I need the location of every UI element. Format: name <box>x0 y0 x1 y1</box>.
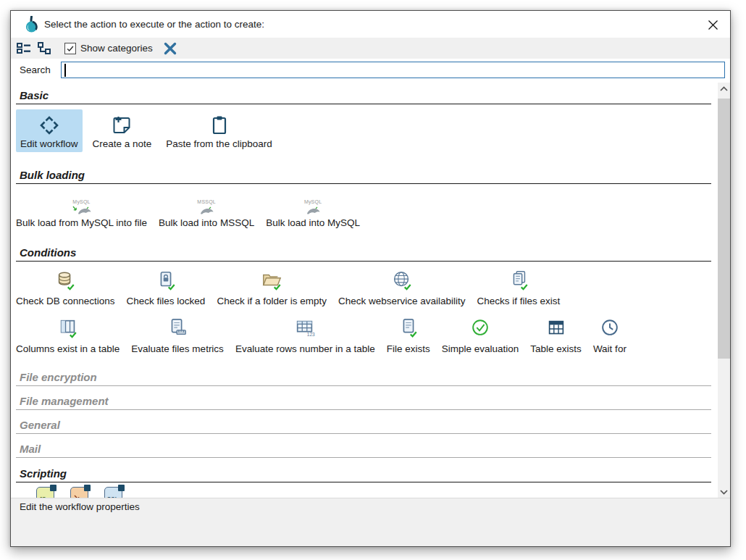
action-item-table-exists[interactable]: Table exists <box>530 317 582 355</box>
category-header-file-management: File management <box>20 395 711 408</box>
action-item-paste-clipboard[interactable]: Paste from the clipboard <box>162 109 276 152</box>
title-bar: Select the action to execute or the acti… <box>11 11 730 38</box>
category-divider <box>16 457 711 458</box>
action-item-wait-for[interactable]: Wait for <box>593 317 626 355</box>
basic-items-row: Edit workflow Create a note Paste from t… <box>16 109 711 152</box>
action-label: Table exists <box>530 343 582 355</box>
action-item-bulk-load-into-mssql[interactable]: MSSQL Bulk load into MSSQL <box>159 194 254 229</box>
icon-caption: MySQL <box>304 199 322 205</box>
action-item-bulk-load-from-mysql[interactable]: MySQL Bulk load from MySQL into file <box>16 194 147 229</box>
action-label: File exists <box>387 343 430 355</box>
scripting-items-row: JS SQL <box>36 487 711 498</box>
category-header-bulk-loading: Bulk loading <box>20 169 711 182</box>
close-icon[interactable] <box>705 17 721 33</box>
conditions-items-row-1: Check DB connections Check files locked … <box>16 269 711 307</box>
category-divider <box>16 433 711 434</box>
check-db-connections-icon <box>54 269 76 291</box>
category-header-scripting: Scripting <box>20 467 711 480</box>
action-item-evaluate-rows-number[interactable]: 123 Evaluate rows number in a table <box>235 317 375 355</box>
script-corner-tab <box>50 485 56 491</box>
tree-view-icon[interactable] <box>37 41 51 55</box>
file-exists-icon <box>398 317 419 339</box>
status-text: Edit the workflow properties <box>20 501 140 512</box>
text-cursor <box>64 64 66 77</box>
action-label: Bulk load into MySQL <box>266 217 360 229</box>
action-list: Basic Edit workflow <box>11 83 730 498</box>
action-label: Bulk load into MSSQL <box>159 217 254 229</box>
status-bar: Edit the workflow properties <box>11 498 730 546</box>
scroll-up-icon[interactable] <box>718 83 730 95</box>
action-label: Paste from the clipboard <box>166 138 272 150</box>
search-input[interactable] <box>61 62 725 78</box>
columns-exist-icon <box>57 317 79 339</box>
action-label: Checks if files exist <box>477 296 561 307</box>
action-item-file-exists[interactable]: File exists <box>387 317 430 355</box>
category-divider <box>16 385 711 386</box>
script-corner-tab <box>84 485 91 491</box>
shell-script-icon[interactable] <box>70 487 88 498</box>
category-divider <box>16 104 711 104</box>
webservice-icon <box>391 269 413 291</box>
wait-for-icon <box>599 317 621 339</box>
check-files-locked-icon <box>155 269 177 291</box>
action-select-dialog: Select the action to execute or the acti… <box>10 10 731 547</box>
category-header-mail: Mail <box>20 443 711 456</box>
script-corner-tab <box>118 485 125 491</box>
category-file-management: File management <box>16 395 711 410</box>
category-general: General <box>16 419 711 434</box>
icon-caption: MySQL <box>72 199 90 205</box>
paste-clipboard-icon <box>208 114 231 137</box>
javascript-script-icon[interactable]: JS <box>36 487 54 498</box>
action-item-simple-evaluation[interactable]: Simple evaluation <box>442 317 519 355</box>
action-item-check-webservice[interactable]: Check webservice availability <box>338 269 466 307</box>
mssql-bulk-load-icon <box>199 205 214 216</box>
category-divider <box>16 183 711 184</box>
hop-logo-icon <box>25 16 38 33</box>
category-header-conditions: Conditions <box>20 246 711 259</box>
action-item-create-note[interactable]: Create a note <box>88 109 156 152</box>
action-item-edit-workflow[interactable]: Edit workflow <box>16 109 83 152</box>
clear-filter-x-icon[interactable] <box>163 41 177 56</box>
category-divider <box>16 261 711 262</box>
action-label: Check DB connections <box>16 296 115 307</box>
action-item-columns-exist[interactable]: Columns exist in a table <box>16 317 120 355</box>
checkmark-icon <box>66 44 75 53</box>
bulk-loading-items-row: MySQL Bulk load from MySQL into file MSS… <box>16 194 711 229</box>
category-divider <box>16 409 711 410</box>
files-exist-icon <box>508 269 529 291</box>
dialog-title: Select the action to execute or the acti… <box>44 19 264 30</box>
file-metrics-icon <box>167 317 188 339</box>
icon-caption: MSSQL <box>197 199 216 205</box>
action-label: Edit workflow <box>20 138 78 150</box>
action-item-check-folder-empty[interactable]: Check if a folder is empty <box>217 269 327 307</box>
show-categories-label: Show categories <box>80 43 153 54</box>
search-label: Search <box>20 64 51 75</box>
edit-workflow-icon <box>38 114 61 137</box>
category-divider <box>16 482 711 482</box>
action-label: Simple evaluation <box>442 343 519 355</box>
category-header-file-encryption: File encryption <box>20 371 711 384</box>
table-exists-icon <box>545 317 567 339</box>
action-item-evaluate-files-metrics[interactable]: Evaluate files metrics <box>131 317 224 355</box>
folder-empty-icon <box>261 269 282 291</box>
category-header-basic: Basic <box>20 89 711 102</box>
category-header-general: General <box>20 419 711 432</box>
sql-script-icon[interactable]: SQL <box>104 487 122 498</box>
action-label: Wait for <box>593 343 626 355</box>
action-item-bulk-load-into-mysql[interactable]: MySQL Bulk load into MySQL <box>266 194 360 229</box>
action-item-check-files-locked[interactable]: Check files locked <box>127 269 206 307</box>
action-item-check-db-connections[interactable]: Check DB connections <box>16 269 115 307</box>
conditions-items-row-2: Columns exist in a table Evaluate files … <box>16 317 711 355</box>
action-label: Bulk load from MySQL into file <box>16 217 147 229</box>
action-label: Check files locked <box>127 296 206 307</box>
mysql-bulk-load-out-icon <box>72 205 91 216</box>
list-view-icon[interactable] <box>17 41 30 55</box>
vertical-scrollbar[interactable] <box>718 83 730 498</box>
show-categories-checkbox[interactable]: Show categories <box>64 43 153 54</box>
rows-number-icon: 123 <box>294 317 316 339</box>
action-item-checks-files-exist[interactable]: Checks if files exist <box>477 269 561 307</box>
checkbox-box[interactable] <box>64 43 76 54</box>
scroll-down-icon[interactable] <box>718 486 730 498</box>
create-note-icon <box>110 114 133 137</box>
scrollbar-thumb[interactable] <box>718 99 730 359</box>
